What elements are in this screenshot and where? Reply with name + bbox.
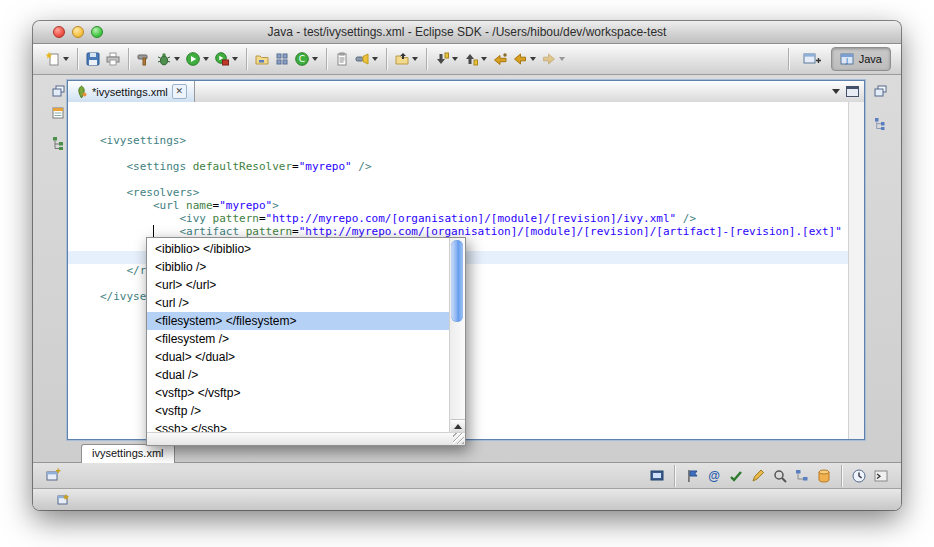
package-explorer-shortcut[interactable]: [49, 105, 67, 121]
debug-dropdown[interactable]: [174, 57, 180, 61]
open-task-button[interactable]: [332, 47, 352, 71]
build-all-button[interactable]: [134, 47, 154, 71]
code-line[interactable]: <settings defaultResolver="myrepo" />: [100, 160, 848, 173]
autocomplete-item[interactable]: <url> </url>: [147, 276, 465, 294]
close-window-button[interactable]: [53, 26, 65, 38]
terminal-view-button[interactable]: [871, 467, 891, 485]
restore-views-button-right[interactable]: [871, 83, 889, 99]
previous-annotation-dropdown[interactable]: [481, 57, 487, 61]
restore-icon: [873, 84, 887, 98]
new-class-dropdown[interactable]: [312, 57, 318, 61]
forward-button[interactable]: [539, 47, 568, 71]
autocomplete-item[interactable]: <vsftp />: [147, 402, 465, 420]
autocomplete-item[interactable]: <filesystem />: [147, 330, 465, 348]
code-token: [100, 186, 127, 199]
code-line[interactable]: <url name="myrepo">: [100, 199, 848, 212]
java-perspective-button[interactable]: J Java: [831, 47, 891, 71]
code-line[interactable]: <resolvers>: [100, 186, 848, 199]
zoom-window-button[interactable]: [91, 26, 103, 38]
code-line[interactable]: [100, 147, 848, 160]
popup-resize-bar[interactable]: [147, 432, 465, 445]
data-source-view-button[interactable]: [814, 467, 834, 485]
code-token: />: [683, 212, 696, 225]
bookmarks-view-button[interactable]: [682, 467, 702, 485]
java-project-icon: [254, 51, 270, 67]
autocomplete-item[interactable]: <url />: [147, 294, 465, 312]
next-annotation-dropdown[interactable]: [452, 57, 458, 61]
popup-scrollbar[interactable]: [449, 238, 465, 445]
ivy-file-icon: [75, 85, 88, 99]
autocomplete-item[interactable]: <vsftp> </vsftp>: [147, 384, 465, 402]
forward-dropdown[interactable]: [559, 57, 565, 61]
outline-shortcut[interactable]: [871, 115, 889, 131]
tasks-view-button[interactable]: [726, 467, 746, 485]
main-toolbar: C: [33, 44, 901, 75]
new-wizard-dropdown[interactable]: [63, 57, 69, 61]
open-resource-dropdown[interactable]: [412, 57, 418, 61]
editor-vertical-scrollbar[interactable]: [848, 102, 864, 439]
save-button[interactable]: [83, 47, 103, 71]
debug-button[interactable]: [154, 47, 183, 71]
hierarchy-icon: [51, 136, 65, 150]
open-resource-button[interactable]: [392, 47, 421, 71]
last-edit-location-button[interactable]: [490, 47, 510, 71]
external-tools-dropdown[interactable]: [232, 57, 238, 61]
declaration-view-button[interactable]: [748, 467, 768, 485]
new-wizard-button[interactable]: [43, 47, 72, 71]
scroll-up-arrow[interactable]: [451, 419, 465, 432]
console-view-button[interactable]: [647, 467, 667, 485]
back-dropdown[interactable]: [530, 57, 536, 61]
fast-view-indicator[interactable]: [53, 491, 73, 509]
print-button[interactable]: [103, 47, 123, 71]
autocomplete-item[interactable]: <dual />: [147, 366, 465, 384]
call-hierarchy-view-button[interactable]: [792, 467, 812, 485]
toolbar-separator: [77, 48, 78, 70]
fast-view-button[interactable]: [43, 467, 63, 485]
history-view-button[interactable]: [849, 467, 869, 485]
toolbar-separator: [386, 48, 387, 70]
search-button[interactable]: [352, 47, 381, 71]
back-button[interactable]: [510, 47, 539, 71]
type-hierarchy-shortcut[interactable]: [49, 135, 67, 151]
javadoc-view-button[interactable]: @: [704, 467, 724, 485]
open-perspective-button[interactable]: [800, 48, 825, 70]
search-dropdown[interactable]: [372, 57, 378, 61]
close-tab-icon[interactable]: ✕: [172, 84, 187, 99]
editor-tab-ivysettings[interactable]: *ivysettings.xml ✕: [68, 81, 195, 102]
console-icon: [649, 468, 665, 484]
new-package-button[interactable]: [272, 47, 292, 71]
previous-annotation-button[interactable]: [461, 47, 490, 71]
toolbar-separator: [788, 48, 789, 70]
view-menu-icon[interactable]: [831, 89, 841, 95]
resize-grip-icon[interactable]: [453, 433, 464, 444]
code-line[interactable]: [100, 173, 848, 186]
autocomplete-item[interactable]: <ssh> </ssh>: [147, 420, 465, 432]
run-button[interactable]: [183, 47, 212, 71]
bottom-editor-tab-label: ivysettings.xml: [92, 447, 164, 459]
external-tools-button[interactable]: [212, 47, 241, 71]
open-perspective-icon: [803, 51, 822, 67]
popup-scrollbar-thumb[interactable]: [451, 240, 463, 322]
autocomplete-item[interactable]: <filesystem> </filesystem>: [147, 312, 465, 330]
bottom-editor-tab[interactable]: ivysettings.xml: [81, 444, 175, 463]
open-folder-icon: [394, 51, 410, 67]
code-token: [676, 212, 683, 225]
code-line[interactable]: <ivy pattern="http://myrepo.com/[organis…: [100, 212, 848, 225]
new-java-project-button[interactable]: [252, 47, 272, 71]
outline-icon: [873, 116, 887, 130]
new-class-button[interactable]: C: [292, 47, 321, 71]
next-annotation-button[interactable]: [432, 47, 461, 71]
restore-views-button-left[interactable]: [49, 83, 67, 99]
titlebar[interactable]: Java - test/ivysettings.xml - Eclipse SD…: [33, 21, 901, 44]
run-dropdown[interactable]: [203, 57, 209, 61]
code-token: <settings: [127, 160, 187, 173]
minimize-window-button[interactable]: [72, 26, 84, 38]
search-small-icon: [772, 468, 788, 484]
autocomplete-item[interactable]: <ibiblio> </ibiblio>: [147, 240, 465, 258]
autocomplete-item[interactable]: <dual> </dual>: [147, 348, 465, 366]
code-token: <ivy: [179, 212, 206, 225]
maximize-editor-icon[interactable]: [846, 86, 859, 97]
autocomplete-item[interactable]: <ibiblio />: [147, 258, 465, 276]
search-view-button[interactable]: [770, 467, 790, 485]
code-line[interactable]: <ivysettings>: [100, 134, 848, 147]
